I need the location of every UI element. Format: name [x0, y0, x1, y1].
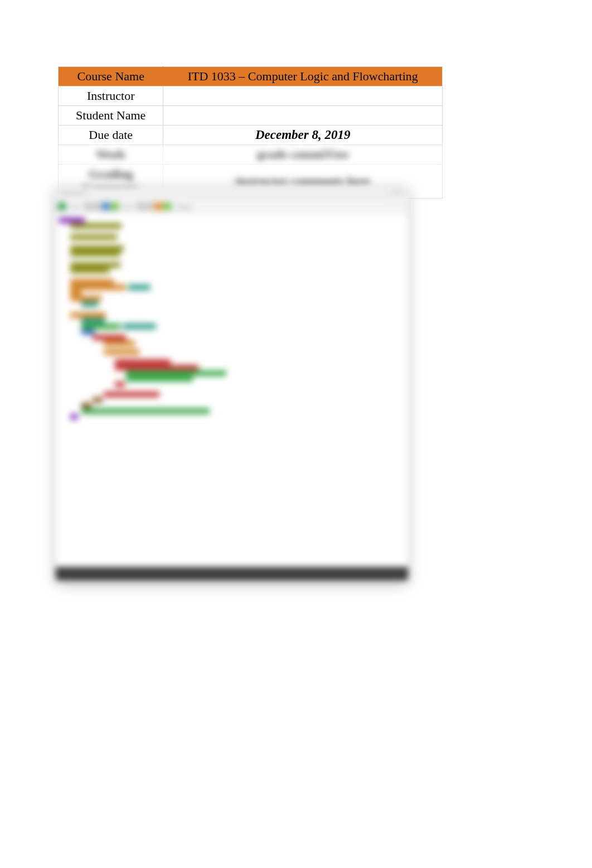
toolbar-icon: [137, 202, 144, 210]
code-editor: [56, 214, 408, 567]
toolbar-icon: [111, 202, 119, 210]
info-value: December 8, 2019: [163, 126, 443, 145]
info-label: Week: [59, 145, 163, 165]
toolbar-icon: [102, 202, 110, 210]
info-value: grade commiTtee: [163, 145, 443, 165]
ide-tab-title: main.java ×: [60, 189, 89, 196]
toolbar-icon: [163, 202, 171, 210]
toolbar-icon: [154, 202, 162, 210]
info-value: [163, 106, 443, 126]
info-value: ITD 1033 – Computer Logic and Flowcharti…: [163, 67, 443, 86]
toolbar-icon: [93, 202, 101, 210]
toolbar-text: Edit: [120, 204, 136, 210]
info-label: Course Name: [59, 67, 163, 86]
ide-page-count: 1 of 1: [389, 189, 404, 196]
info-row-instructor: Instructor: [59, 86, 443, 106]
toolbar-icon: [145, 202, 153, 210]
run-icon: [58, 202, 66, 210]
info-label: Due date: [59, 126, 163, 145]
info-label: Instructor: [59, 86, 163, 106]
info-row-due-date: Due date December 8, 2019: [59, 126, 443, 145]
toolbar-text: Debug: [172, 204, 194, 210]
info-row-week: Week grade commiTtee: [59, 145, 443, 165]
toolbar-icon: [84, 202, 92, 210]
ide-toolbar: Run Edit Debug: [56, 199, 408, 214]
info-row-course: Course Name ITD 1033 – Computer Logic an…: [59, 67, 443, 86]
ide-tab-bar: main.java × 1 of 1: [56, 186, 408, 199]
info-value: [163, 86, 443, 106]
ide-status-bar: [56, 567, 408, 580]
toolbar-text: Run: [67, 204, 83, 210]
info-row-student: Student Name: [59, 106, 443, 126]
ide-screenshot: main.java × 1 of 1 Run Edit Debug: [56, 186, 408, 580]
info-label: Student Name: [59, 106, 163, 126]
course-info-table: Course Name ITD 1033 – Computer Logic an…: [58, 66, 443, 199]
